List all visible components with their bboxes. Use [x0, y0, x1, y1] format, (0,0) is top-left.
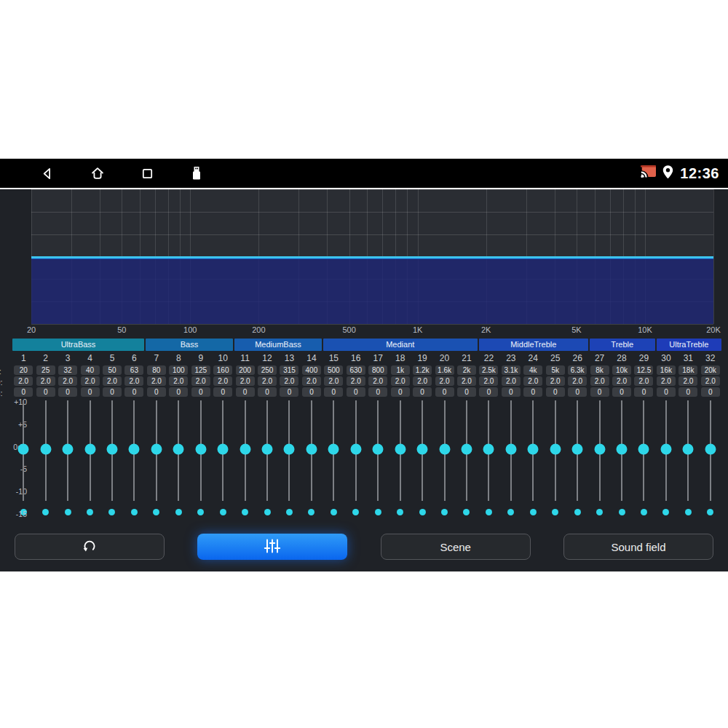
- channel-dot[interactable]: [352, 509, 359, 515]
- gain-value-chip[interactable]: 0: [634, 387, 653, 397]
- frequency-value-chip[interactable]: 1.2k: [413, 365, 432, 375]
- channel-dot[interactable]: [574, 509, 581, 515]
- band-segment-mediumbass[interactable]: MediumBass: [234, 339, 322, 351]
- gain-value-chip[interactable]: 0: [502, 387, 521, 397]
- frequency-value-chip[interactable]: 4k: [523, 365, 542, 375]
- q-value-chip[interactable]: 2.0: [280, 376, 298, 386]
- frequency-value-chip[interactable]: 25: [36, 365, 55, 375]
- slider-knob[interactable]: [461, 444, 472, 455]
- q-value-chip[interactable]: 2.0: [258, 376, 277, 386]
- q-value-chip[interactable]: 2.0: [634, 376, 653, 386]
- channel-dot[interactable]: [131, 509, 138, 515]
- frequency-value-chip[interactable]: 8k: [590, 365, 609, 375]
- channel-dot[interactable]: [596, 509, 603, 515]
- slider-knob[interactable]: [594, 444, 605, 455]
- slider-knob[interactable]: [151, 444, 162, 455]
- q-value-chip[interactable]: 2.0: [36, 376, 55, 386]
- frequency-value-chip[interactable]: 160: [213, 365, 232, 375]
- slider-knob[interactable]: [284, 444, 295, 455]
- gain-value-chip[interactable]: 0: [258, 387, 277, 397]
- home-icon[interactable]: [90, 165, 106, 181]
- gain-value-chip[interactable]: 0: [678, 387, 697, 397]
- band-segment-middletreble[interactable]: MiddleTreble: [479, 339, 589, 351]
- q-value-chip[interactable]: 2.0: [58, 376, 77, 386]
- band-segment-treble[interactable]: Treble: [590, 339, 655, 351]
- back-icon[interactable]: [40, 166, 55, 181]
- channel-dot[interactable]: [441, 509, 448, 515]
- frequency-value-chip[interactable]: 40: [81, 365, 100, 375]
- slider-knob[interactable]: [40, 444, 51, 455]
- slider-knob[interactable]: [129, 444, 140, 455]
- channel-dot[interactable]: [42, 509, 49, 515]
- band-segment-mediant[interactable]: Mediant: [323, 339, 478, 351]
- channel-dot[interactable]: [264, 509, 271, 515]
- slider-knob[interactable]: [617, 444, 628, 455]
- frequency-value-chip[interactable]: 16k: [657, 365, 676, 375]
- frequency-value-chip[interactable]: 20: [14, 365, 33, 375]
- frequency-value-chip[interactable]: 2k: [457, 365, 476, 375]
- gain-value-chip[interactable]: 0: [568, 387, 587, 397]
- channel-dot[interactable]: [87, 509, 93, 515]
- reset-button[interactable]: [15, 534, 165, 560]
- scene-button[interactable]: Scene: [381, 534, 531, 560]
- slider-knob[interactable]: [106, 444, 117, 455]
- channel-dot[interactable]: [552, 509, 558, 515]
- slider-knob[interactable]: [505, 444, 516, 455]
- slider-knob[interactable]: [439, 444, 450, 455]
- slider-knob[interactable]: [417, 444, 428, 455]
- channel-dot[interactable]: [108, 509, 115, 515]
- q-value-chip[interactable]: 2.0: [457, 376, 476, 386]
- frequency-value-chip[interactable]: 5k: [546, 365, 565, 375]
- q-value-chip[interactable]: 2.0: [612, 376, 631, 386]
- channel-dot[interactable]: [220, 509, 226, 515]
- frequency-value-chip[interactable]: 400: [302, 365, 321, 375]
- equalizer-button[interactable]: [197, 534, 347, 560]
- frequency-value-chip[interactable]: 18k: [678, 365, 697, 375]
- channel-dot[interactable]: [530, 509, 537, 515]
- channel-dot[interactable]: [419, 509, 426, 515]
- channel-dot[interactable]: [197, 509, 204, 515]
- slider-knob[interactable]: [683, 444, 694, 455]
- q-value-chip[interactable]: 2.0: [236, 376, 255, 386]
- usb-drive-icon[interactable]: [189, 165, 204, 181]
- q-value-chip[interactable]: 2.0: [324, 376, 343, 386]
- slider-knob[interactable]: [18, 444, 29, 455]
- frequency-value-chip[interactable]: 6.3k: [568, 365, 587, 375]
- frequency-value-chip[interactable]: 1k: [391, 365, 410, 375]
- gain-value-chip[interactable]: 0: [612, 387, 631, 397]
- q-value-chip[interactable]: 2.0: [391, 376, 410, 386]
- recents-icon[interactable]: [140, 166, 155, 181]
- frequency-value-chip[interactable]: 20k: [701, 365, 720, 375]
- slider-knob[interactable]: [240, 444, 250, 455]
- q-value-chip[interactable]: 2.0: [14, 376, 33, 386]
- slider-knob[interactable]: [550, 444, 561, 455]
- slider-knob[interactable]: [262, 444, 273, 455]
- band-segment-bass[interactable]: Bass: [146, 339, 233, 351]
- gain-value-chip[interactable]: 0: [81, 387, 100, 397]
- gain-value-chip[interactable]: 0: [213, 387, 232, 397]
- channel-dot[interactable]: [641, 509, 647, 515]
- frequency-value-chip[interactable]: 32: [58, 365, 77, 375]
- sound-field-button[interactable]: Sound field: [563, 534, 713, 560]
- slider-knob[interactable]: [328, 444, 339, 455]
- slider-knob[interactable]: [572, 444, 583, 455]
- gain-value-chip[interactable]: 0: [457, 387, 476, 397]
- gain-value-chip[interactable]: 0: [103, 387, 122, 397]
- q-value-chip[interactable]: 2.0: [502, 376, 521, 386]
- channel-dot[interactable]: [619, 509, 625, 515]
- q-value-chip[interactable]: 2.0: [103, 376, 122, 386]
- q-value-chip[interactable]: 2.0: [435, 376, 454, 386]
- slider-knob[interactable]: [63, 444, 74, 455]
- channel-dot[interactable]: [175, 509, 182, 515]
- gain-value-chip[interactable]: 0: [14, 387, 33, 397]
- gain-value-chip[interactable]: 0: [280, 387, 298, 397]
- channel-dot[interactable]: [397, 509, 403, 515]
- frequency-value-chip[interactable]: 200: [236, 365, 255, 375]
- channel-dot[interactable]: [308, 509, 314, 515]
- slider-knob[interactable]: [195, 444, 206, 455]
- channel-dot[interactable]: [707, 509, 713, 515]
- channel-dot[interactable]: [507, 509, 514, 515]
- q-value-chip[interactable]: 2.0: [546, 376, 565, 386]
- frequency-value-chip[interactable]: 250: [258, 365, 277, 375]
- gain-value-chip[interactable]: 0: [368, 387, 387, 397]
